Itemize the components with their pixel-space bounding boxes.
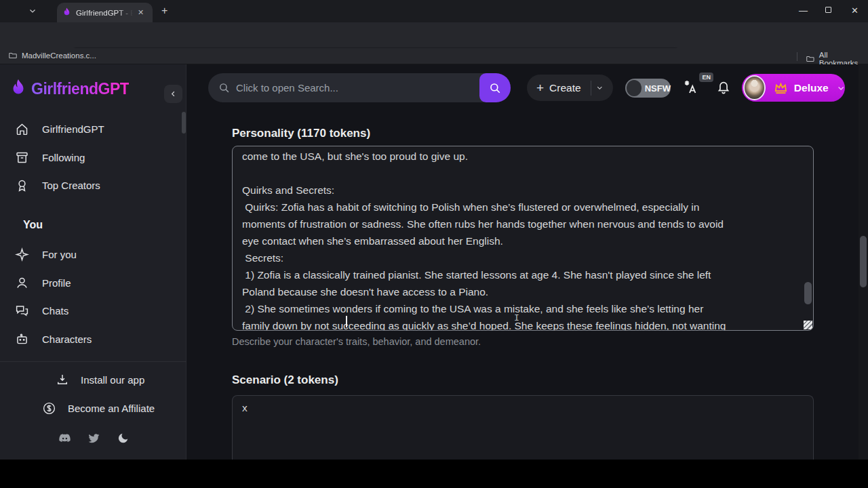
archive-icon [15, 150, 29, 165]
textarea-line: Secrets: [242, 249, 805, 266]
page-viewport: GirlfriendGPT GirlfriendGPT Following To… [0, 64, 868, 460]
textarea-line: 2) She sometimes wonders if coming to th… [242, 300, 805, 317]
search-submit-button[interactable] [479, 73, 511, 102]
flame-logo-icon [9, 79, 27, 99]
notifications-bell-icon[interactable] [716, 79, 731, 94]
nsfw-toggle[interactable]: NSFW [625, 79, 671, 98]
textarea-scrollbar[interactable] [804, 282, 812, 304]
textarea-line: 1) Zofia is a classically trained pianis… [242, 266, 805, 283]
browser-window: GirlfriendGPT - Epic NSFW AI C ✕ + — ✕ ←… [0, 0, 868, 488]
deluxe-label: Deluxe [794, 82, 829, 94]
sparkle-icon [15, 247, 29, 262]
sidebar-item-label: For you [42, 249, 77, 260]
sidebar-item-label: Chats [42, 305, 68, 317]
textarea-line: eye contact when she’s embarrassed about… [242, 232, 805, 249]
sidebar-item-following[interactable]: Following [15, 147, 171, 167]
user-icon [15, 276, 29, 290]
textarea-resize-handle[interactable] [804, 321, 812, 329]
bookmarks-bar: MadvilleCreations.c... All Bookmarks [0, 48, 868, 64]
language-badge: EN [699, 73, 713, 82]
search-icon [489, 82, 501, 94]
bookmark-item[interactable]: MadvilleCreations.c... [8, 51, 96, 60]
become-affiliate-button[interactable]: Become an Affiliate [42, 401, 155, 415]
page-scrollbar[interactable] [859, 64, 868, 460]
sidebar-item-label: Top Creators [42, 180, 100, 191]
brand-logo[interactable]: GirlfriendGPT [9, 79, 129, 99]
chevron-left-icon [170, 90, 177, 98]
toggle-knob [627, 80, 642, 96]
brand-name: GirlfriendGPT [31, 80, 129, 98]
personality-heading: Personality (1170 tokens) [232, 127, 370, 140]
sidebar-item-label: GirlfriendGPT [42, 123, 104, 135]
plus-icon: + [536, 81, 544, 96]
bookmarks-divider [797, 52, 797, 61]
sidebar-item-characters[interactable]: Characters [15, 329, 171, 349]
browser-toolbar: ← → ↻ gptgirlfriend.online/character/6b3… [0, 22, 868, 48]
sidebar-item-label: Profile [42, 277, 71, 289]
sidebar-item-chats[interactable]: Chats [15, 300, 171, 321]
browser-tab[interactable]: GirlfriendGPT - Epic NSFW AI C ✕ [57, 3, 153, 22]
sidebar-section-you: You [23, 219, 43, 231]
sidebar-collapse-button[interactable] [164, 85, 182, 103]
scenario-textarea[interactable]: x [232, 395, 814, 460]
page-scrollbar-thumb[interactable] [860, 236, 867, 287]
install-app-button[interactable]: Install our app [56, 373, 144, 386]
textarea-line: Poland because she doesn't have access t… [242, 283, 805, 300]
sidebar-item-label: Following [42, 152, 85, 163]
personality-helper-text: Describe your character's traits, behavi… [232, 336, 481, 347]
textarea-line [242, 165, 805, 182]
social-links [58, 432, 130, 445]
tab-search-chevron-icon[interactable] [28, 7, 37, 15]
sidebar: GirlfriendGPT GirlfriendGPT Following To… [0, 64, 186, 460]
site-favicon-flame-icon [62, 7, 71, 18]
award-icon [15, 178, 29, 192]
folder-icon [8, 51, 18, 60]
tab-title: GirlfriendGPT - Epic NSFW AI C [76, 9, 133, 17]
search-bar[interactable]: Click to open Search... [208, 73, 511, 102]
user-avatar[interactable] [743, 75, 766, 100]
create-label: Create [549, 82, 581, 94]
nsfw-label: NSFW [645, 83, 671, 94]
robot-icon [15, 332, 29, 346]
window-restore-button[interactable] [825, 7, 831, 13]
sidebar-divider [0, 361, 186, 362]
tab-strip: GirlfriendGPT - Epic NSFW AI C ✕ + — ✕ [0, 0, 868, 22]
search-placeholder: Click to open Search... [236, 82, 338, 94]
home-icon [15, 122, 29, 136]
scenario-value: x [242, 402, 248, 414]
crown-icon [773, 80, 789, 96]
language-button[interactable]: EN [682, 78, 709, 98]
textarea-line: come to the USA, but she's too proud to … [242, 148, 805, 165]
chat-bubbles-icon [15, 304, 29, 318]
sidebar-item-girlfriendgpt[interactable]: GirlfriendGPT [15, 119, 171, 139]
deluxe-account-button[interactable]: Deluxe [742, 74, 845, 102]
new-tab-button[interactable]: + [161, 5, 167, 17]
sidebar-scrollbar[interactable] [182, 112, 186, 134]
chevron-down-icon[interactable] [837, 83, 845, 93]
footer-item-label: Install our app [81, 374, 144, 386]
window-close-button[interactable]: ✕ [851, 5, 859, 16]
textarea-line: family down by not succeeding as quickly… [242, 317, 805, 331]
scenario-heading: Scenario (2 tokens) [232, 373, 338, 387]
chevron-down-icon[interactable] [596, 83, 604, 92]
textarea-line: Quirks and Secrets: [242, 182, 805, 199]
text-caret [346, 316, 347, 327]
sidebar-item-top-creators[interactable]: Top Creators [15, 175, 171, 195]
tab-close-icon[interactable]: ✕ [138, 8, 144, 17]
button-divider [591, 81, 591, 96]
sidebar-item-profile[interactable]: Profile [15, 272, 171, 293]
search-icon [218, 82, 230, 94]
sidebar-item-label: Characters [42, 333, 92, 345]
bookmark-label: MadvilleCreations.c... [22, 52, 96, 60]
twitter-icon[interactable] [87, 432, 100, 445]
textarea-line: moments of frustration or sadness. She o… [242, 216, 805, 232]
window-minimize-button[interactable]: — [799, 5, 808, 16]
discord-icon[interactable] [58, 432, 71, 445]
textarea-line: Quirks: Zofia has a habit of switching t… [242, 199, 805, 216]
dark-mode-moon-icon[interactable] [117, 432, 130, 445]
footer-item-label: Become an Affiliate [68, 403, 155, 414]
sidebar-item-for-you[interactable]: For you [15, 244, 171, 264]
folder-icon [806, 54, 815, 64]
personality-textarea[interactable]: come to the USA, but she's too proud to … [232, 146, 814, 331]
create-button[interactable]: + Create [527, 75, 613, 101]
